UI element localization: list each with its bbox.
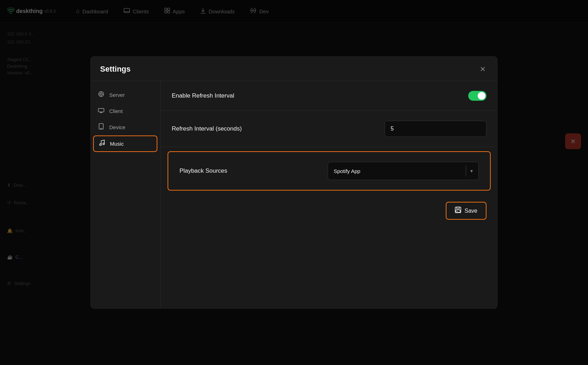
playback-sources-select[interactable]: Spotify App ▾: [328, 162, 479, 180]
settings-content: Enable Refresh Interval Refresh Interval…: [161, 81, 498, 309]
svg-point-11: [99, 92, 104, 97]
client-icon: [97, 107, 105, 115]
refresh-interval-input[interactable]: [385, 121, 486, 137]
modal-close-button[interactable]: ✕: [477, 64, 488, 74]
svg-rect-20: [457, 207, 459, 209]
sidebar-item-device[interactable]: Device: [90, 119, 160, 135]
enable-refresh-toggle[interactable]: [468, 91, 486, 101]
sidebar-client-label: Client: [109, 108, 123, 114]
save-button-label: Save: [465, 208, 477, 214]
enable-refresh-section: Enable Refresh Interval: [161, 81, 498, 111]
playback-sources-label: Playback Sources: [179, 167, 227, 174]
sidebar-device-label: Device: [109, 124, 125, 130]
toggle-container: [468, 91, 486, 101]
settings-sidebar: Server Client: [90, 81, 161, 309]
music-icon: [98, 140, 106, 148]
playback-sources-section: Playback Sources Spotify App ▾: [168, 151, 491, 191]
sidebar-item-client[interactable]: Client: [90, 103, 160, 119]
enable-refresh-label: Enable Refresh Interval: [172, 92, 234, 99]
svg-point-17: [100, 144, 102, 146]
settings-modal: Settings ✕ Server: [90, 56, 498, 309]
modal-header: Settings ✕: [90, 56, 498, 81]
close-icon: ✕: [480, 65, 486, 73]
sidebar-music-label: Music: [110, 141, 124, 147]
sidebar-server-label: Server: [109, 92, 125, 98]
refresh-interval-label: Refresh Interval (seconds): [172, 125, 242, 132]
modal-body: Server Client: [90, 81, 498, 309]
playback-sources-value: Spotify App: [334, 168, 462, 174]
modal-title: Settings: [100, 65, 131, 74]
save-button[interactable]: Save: [446, 202, 486, 220]
save-icon: [455, 207, 461, 215]
toggle-knob: [478, 92, 485, 100]
svg-point-10: [100, 93, 102, 95]
svg-rect-12: [98, 108, 104, 112]
sidebar-item-server[interactable]: Server: [90, 87, 160, 103]
select-divider: [466, 166, 466, 176]
chevron-down-icon: ▾: [470, 168, 473, 174]
modal-overlay: Settings ✕ Server: [0, 0, 588, 365]
svg-rect-21: [456, 210, 460, 212]
sidebar-item-music[interactable]: Music: [93, 135, 157, 152]
svg-point-18: [103, 143, 105, 145]
refresh-interval-section: Refresh Interval (seconds): [161, 111, 498, 147]
device-icon: [97, 123, 105, 131]
server-icon: [97, 91, 105, 99]
save-area: Save: [161, 195, 498, 227]
